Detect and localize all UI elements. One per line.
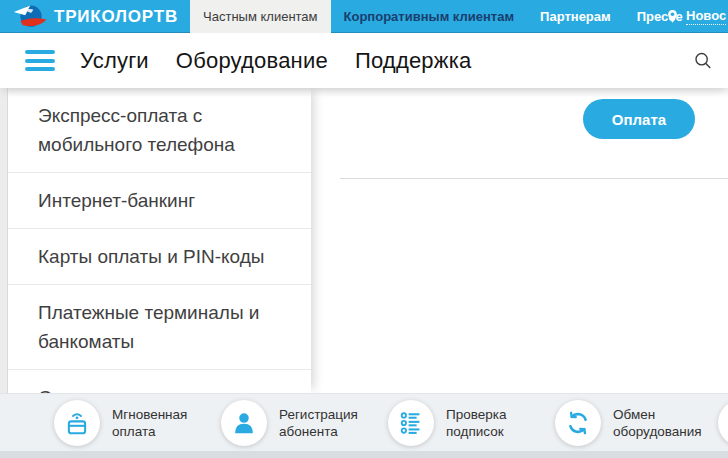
logo-text: ТРИКОЛОРТВ xyxy=(54,7,178,27)
menu-item-internet-banking[interactable]: Интернет-банкинг xyxy=(8,173,311,229)
hamburger-menu-icon[interactable] xyxy=(25,50,55,71)
pay-button[interactable]: Оплата xyxy=(583,99,695,139)
content-divider xyxy=(340,178,728,179)
payment-methods-menu: Экспресс-оплата с мобильного телефона Ин… xyxy=(8,88,311,393)
quick-actions-bar: Мгновенная оплата Регистрация абонента xyxy=(0,393,728,451)
page-left-gutter xyxy=(0,88,8,393)
quick-action-instant-payment[interactable]: Мгновенная оплата xyxy=(54,400,221,446)
location-label: Новос xyxy=(686,8,726,25)
top-bar: ТРИКОЛОРТВ Частным клиентам Корпоративны… xyxy=(0,0,728,33)
main-content: Оплата xyxy=(311,88,728,393)
menu-item-payment-cards-pin[interactable]: Карты оплаты и PIN-коды xyxy=(8,229,311,285)
quick-action-label: Регистрация абонента xyxy=(279,406,381,440)
location-pin-icon xyxy=(665,8,680,25)
bottom-section-edge xyxy=(0,451,728,458)
quick-action-subscriber-registration[interactable]: Регистрация абонента xyxy=(221,400,388,446)
quick-action-check-subscriptions[interactable]: Проверка подписок xyxy=(388,400,555,446)
quick-action-equipment-exchange[interactable]: Обмен оборудования xyxy=(555,400,722,446)
nav-item-support[interactable]: Поддержка xyxy=(355,48,472,74)
tab-partners[interactable]: Партнерам xyxy=(527,0,624,33)
menu-item-express-mobile-payment[interactable]: Экспресс-оплата с мобильного телефона xyxy=(8,88,311,173)
tricolor-tv-page: ТРИКОЛОРТВ Частным клиентам Корпоративны… xyxy=(0,0,728,458)
quick-action-label: Обмен оборудования xyxy=(613,406,715,440)
tricolor-bird-icon xyxy=(13,3,49,31)
tricolor-logo[interactable]: ТРИКОЛОРТВ xyxy=(13,0,178,33)
nav-item-services[interactable]: Услуги xyxy=(80,48,149,74)
subscriber-registration-icon xyxy=(221,400,267,446)
quick-action-label: Проверка подписок xyxy=(446,406,548,440)
check-subscriptions-icon xyxy=(388,400,434,446)
nav-item-equipment[interactable]: Оборудование xyxy=(176,48,328,74)
audience-tabs: Частным клиентам Корпоративным клиентам … xyxy=(190,0,696,33)
location-selector[interactable]: Новос xyxy=(665,0,726,33)
instant-payment-icon xyxy=(54,400,100,446)
main-nav-links: Услуги Оборудование Поддержка xyxy=(80,48,498,74)
equipment-exchange-icon xyxy=(555,400,601,446)
tab-private-clients[interactable]: Частным клиентам xyxy=(190,0,331,33)
tab-corporate-clients[interactable]: Корпоративным клиентам xyxy=(331,0,528,33)
quick-action-label: Мгновенная оплата xyxy=(112,406,214,440)
menu-item-terminals-atms[interactable]: Платежные терминалы и банкоматы xyxy=(8,285,311,370)
main-nav-bar: Услуги Оборудование Поддержка xyxy=(0,33,728,88)
search-icon[interactable] xyxy=(693,51,713,71)
